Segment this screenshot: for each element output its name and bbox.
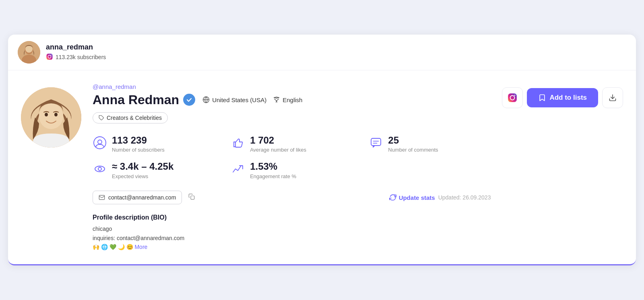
engagement-label: Engagement rate % [250,173,296,179]
likes-icon [231,136,245,150]
stat-engagement: 1.53% Engagement rate % [231,161,353,179]
contact-left: contact@annaredman.com [93,191,197,204]
views-label: Expected views [112,173,173,179]
header-meta: 113.23k subscribers [46,53,106,62]
bio-line-1: chicago [93,226,112,232]
profile-details: @anna_redman Anna Redman [93,83,491,252]
stat-views: ≈ 3.4k – 4.25k Expected views [93,161,215,179]
download-button[interactable] [602,87,623,108]
svg-point-3 [25,45,33,53]
svg-rect-21 [191,196,194,199]
comments-value: 25 [388,135,438,146]
comments-icon [369,136,383,150]
svg-point-9 [45,113,48,116]
language-tag: English [273,96,302,103]
bio-title: Profile description (BIO) [93,214,491,221]
stat-likes: 1 702 Average number of likes [231,135,353,153]
category-label: Creators & Celebrities [107,115,162,121]
profile-avatar [21,87,81,148]
header-bar: anna_redman [8,35,636,70]
email-box: contact@annaredman.com [93,191,182,204]
instagram-icon-small [46,53,53,62]
stats-grid: 113 239 Number of subscribers 1 702 [93,135,491,180]
stat-comments: 25 Number of comments [369,135,491,153]
add-to-lists-label: Add to lists [549,94,587,102]
svg-point-8 [39,103,63,129]
bio-emojis: 🙌 🌐 💚 🌙 😊 [93,244,134,250]
svg-rect-4 [47,53,53,60]
location-tag: United States (USA) [202,96,266,103]
views-icon [93,162,107,176]
add-to-lists-button[interactable]: Add to lists [527,88,598,107]
location-text: United States (USA) [212,97,266,103]
bio-more-link[interactable]: More [134,244,147,250]
main-content: @anna_redman Anna Redman [8,70,636,265]
likes-value: 1 702 [250,135,306,146]
bio-section: Profile description (BIO) chicago inquir… [93,214,491,251]
likes-label: Average number of likes [250,147,306,153]
action-row: Add to lists [502,87,623,108]
header-avatar [18,41,40,64]
profile-handle[interactable]: @anna_redman [93,83,491,90]
name-row: Anna Redman United States (US [93,92,491,107]
profile-card: anna_redman [8,35,636,266]
profile-name: Anna Redman [93,92,179,107]
contact-row: contact@annaredman.com [93,191,491,204]
subscribers-label: Number of subscribers [112,147,165,153]
header-subscribers: 113.23k subscribers [56,54,106,60]
meta-row: United States (USA) English [202,96,302,103]
engagement-icon [231,162,245,176]
comments-label: Number of comments [388,147,438,153]
email-address: contact@annaredman.com [108,194,176,201]
language-text: English [283,97,302,103]
category-tag: Creators & Celebrities [93,112,168,123]
copy-email-button[interactable] [186,193,197,202]
svg-point-6 [51,55,52,55]
verified-badge [183,94,195,106]
svg-rect-22 [508,93,517,102]
svg-rect-15 [371,138,381,146]
header-username: anna_redman [46,43,106,51]
instagram-platform-button[interactable] [502,87,523,108]
svg-point-10 [54,113,58,116]
subscribers-value: 113 239 [112,135,165,146]
svg-point-19 [98,167,101,171]
views-value: ≈ 3.4k – 4.25k [112,161,173,173]
svg-point-24 [514,95,516,96]
update-stats-label: Update stats [399,194,435,201]
svg-point-14 [98,140,102,144]
bio-text: chicago inquiries: contact@annaredman.co… [93,224,491,251]
updated-text: Updated: 26.09.2023 [438,194,491,201]
subscribers-icon [93,136,107,150]
action-panel: Add to lists [502,83,623,252]
bio-line-2: inquiries: contact@annaredman.com [93,235,184,241]
header-info: anna_redman [46,43,106,62]
stat-subscribers: 113 239 Number of subscribers [93,135,215,153]
update-stats-row: Update stats Updated: 26.09.2023 [389,194,491,201]
update-stats-button[interactable]: Update stats [389,194,435,201]
engagement-value: 1.53% [250,161,296,173]
